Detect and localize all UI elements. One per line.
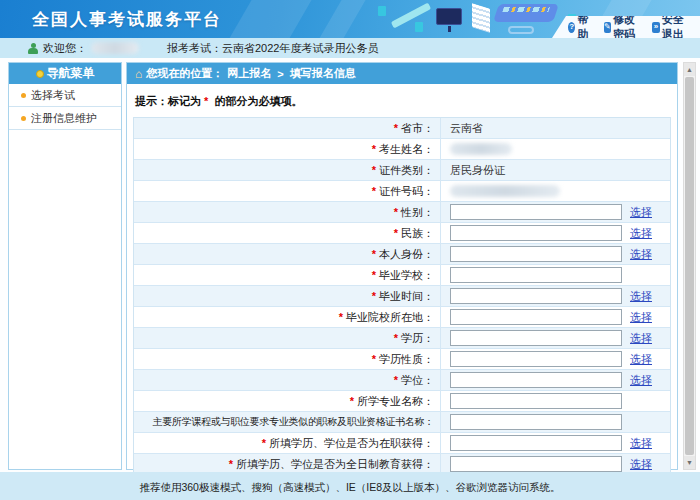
exit-icon: »	[652, 22, 660, 33]
form-row-ethnicity: *民族： 选择	[134, 223, 670, 244]
required-asterisk: *	[372, 185, 376, 197]
form-row-candidate-name: *考生姓名：	[134, 139, 670, 160]
personal-identity-input[interactable]	[450, 246, 622, 262]
candidate-name-redacted	[450, 143, 512, 155]
form-row-education-level: *学历： 选择	[134, 328, 670, 349]
personal-identity-select-link[interactable]: 选择	[630, 247, 652, 262]
required-asterisk: *	[229, 458, 233, 470]
required-asterisk: *	[372, 248, 376, 260]
education-level-select-link[interactable]: 选择	[630, 331, 652, 346]
main-panel: ⌂ 您现在的位置：网上报名 > 填写报名信息 提示：标记为 * 的部分为必填项。…	[126, 62, 678, 470]
edit-icon: ✎	[604, 22, 612, 33]
form-row-main-courses: 主要所学课程或与职位要求专业类似的职称及职业资格证书名称：	[134, 412, 670, 433]
field-label: 本人身份：	[379, 247, 434, 262]
field-label: 证件类别：	[379, 163, 434, 178]
banner-illustration-chain	[508, 26, 534, 34]
username-redacted	[91, 42, 139, 54]
graduation-school-input[interactable]	[450, 267, 622, 283]
breadcrumb-current: 填写报名信息	[290, 66, 356, 81]
vertical-scrollbar[interactable]: ▲ ▼	[683, 62, 696, 470]
required-asterisk: *	[372, 269, 376, 281]
nav-menu-icon	[36, 70, 44, 78]
required-asterisk: *	[394, 122, 398, 134]
sidebar-item-label: 注册信息维护	[31, 111, 97, 126]
gender-input[interactable]	[450, 204, 622, 220]
form-row-id-number: *证件号码：	[134, 181, 670, 202]
form-row-graduation-school: *毕业学校：	[134, 265, 670, 286]
fulltime-obtained-select-link[interactable]: 选择	[630, 457, 652, 472]
province-value: 云南省	[450, 121, 483, 136]
page: 全国人事考试服务平台 ? 帮 助 ✎ 修改密码 » 安全退出 欢迎您： 报考考试…	[0, 0, 700, 500]
sidebar-item-registration-info[interactable]: 注册信息维护	[9, 107, 121, 130]
school-location-input[interactable]	[450, 309, 622, 325]
field-label: 性别：	[401, 205, 434, 220]
form-row-inservice-obtained: *所填学历、学位是否为在职获得： 选择	[134, 433, 670, 454]
tip-text: 提示：标记为	[135, 95, 204, 107]
scroll-down-icon[interactable]: ▼	[684, 456, 695, 469]
bullet-icon	[21, 93, 26, 98]
field-label: 主要所学课程或与职位要求专业类似的职称及职业资格证书名称：	[153, 415, 434, 429]
banner-illustration-pillar	[415, 22, 423, 32]
graduation-date-select-link[interactable]: 选择	[630, 289, 652, 304]
help-icon: ?	[568, 22, 575, 33]
ethnicity-select-link[interactable]: 选择	[630, 226, 652, 241]
help-label: 帮 助	[577, 12, 594, 38]
sidebar-header: 导航菜单	[9, 63, 121, 84]
education-type-select-link[interactable]: 选择	[630, 352, 652, 367]
header-banner: 全国人事考试服务平台 ? 帮 助 ✎ 修改密码 » 安全退出	[0, 0, 700, 38]
required-asterisk: *	[350, 395, 354, 407]
field-label: 所填学历、学位是否为在职获得：	[269, 436, 434, 451]
inservice-obtained-select-link[interactable]: 选择	[630, 436, 652, 451]
form-row-gender: *性别： 选择	[134, 202, 670, 223]
field-label: 民族：	[401, 226, 434, 241]
field-label: 证件号码：	[379, 184, 434, 199]
id-type-value: 居民身份证	[450, 163, 505, 178]
welcome-greeting: 欢迎您：	[43, 41, 87, 56]
form-row-school-location: *毕业院校所在地： 选择	[134, 307, 670, 328]
major-name-input[interactable]	[450, 393, 622, 409]
required-asterisk: *	[372, 143, 376, 155]
banner-illustration-monitor	[436, 8, 462, 25]
breadcrumb-section[interactable]: 网上报名	[227, 66, 271, 81]
graduation-date-input[interactable]	[450, 288, 622, 304]
breadcrumb-prefix: 您现在的位置：	[146, 66, 223, 81]
scroll-up-icon[interactable]: ▲	[684, 63, 695, 76]
education-type-input[interactable]	[450, 351, 622, 367]
field-label: 毕业时间：	[379, 289, 434, 304]
bullet-icon	[21, 116, 26, 121]
education-level-input[interactable]	[450, 330, 622, 346]
banner-illustration-pillar	[378, 6, 386, 16]
gender-select-link[interactable]: 选择	[630, 205, 652, 220]
user-icon	[28, 43, 38, 54]
exam-label: 报考考试：云南省2022年度考试录用公务员	[167, 41, 378, 56]
fulltime-obtained-input[interactable]	[450, 456, 622, 472]
required-asterisk: *	[394, 227, 398, 239]
form-row-major-name: *所学专业名称：	[134, 391, 670, 412]
top-links-tab: ? 帮 助 ✎ 修改密码 » 安全退出	[552, 16, 700, 38]
required-asterisk: *	[372, 290, 376, 302]
required-fields-tip: 提示：标记为 * 的部分为必填项。	[127, 84, 677, 117]
logout-label: 安全退出	[662, 12, 692, 38]
breadcrumb: ⌂ 您现在的位置：网上报名 > 填写报名信息	[127, 63, 677, 84]
scrollbar-thumb[interactable]	[685, 77, 694, 455]
degree-select-link[interactable]: 选择	[630, 373, 652, 388]
browser-recommendation-text: 推荐使用360极速模式、搜狗（高速模式）、IE（IE8及以上版本）、谷歌浏览器访…	[139, 481, 560, 495]
ethnicity-input[interactable]	[450, 225, 622, 241]
sidebar-item-label: 选择考试	[31, 88, 75, 103]
logout-link[interactable]: » 安全退出	[652, 12, 692, 38]
main-courses-input[interactable]	[450, 414, 622, 430]
sidebar: 导航菜单 选择考试 注册信息维护	[8, 62, 122, 470]
footer-bar: 推荐使用360极速模式、搜狗（高速模式）、IE（IE8及以上版本）、谷歌浏览器访…	[0, 472, 700, 500]
form-row-id-type: *证件类别： 居民身份证	[134, 160, 670, 181]
field-label: 考生姓名：	[379, 142, 434, 157]
school-location-select-link[interactable]: 选择	[630, 310, 652, 325]
form-row-degree: *学位： 选择	[134, 370, 670, 391]
inservice-obtained-input[interactable]	[450, 435, 622, 451]
app-title: 全国人事考试服务平台	[32, 8, 222, 31]
field-label: 毕业学校：	[379, 268, 434, 283]
field-label: 省市：	[401, 121, 434, 136]
required-asterisk: *	[262, 437, 266, 449]
sidebar-item-select-exam[interactable]: 选择考试	[9, 84, 121, 107]
degree-input[interactable]	[450, 372, 622, 388]
breadcrumb-separator: >	[277, 68, 283, 80]
